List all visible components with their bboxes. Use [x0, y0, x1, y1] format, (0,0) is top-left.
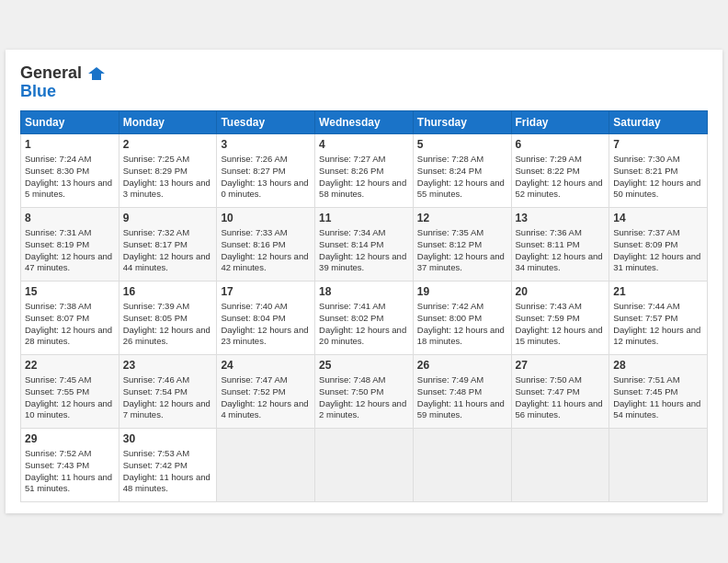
svg-marker-0 — [88, 67, 105, 80]
table-row: 30Sunrise: 7:53 AMSunset: 7:42 PMDayligh… — [119, 428, 217, 501]
table-row — [609, 428, 708, 501]
table-row: 25Sunrise: 7:48 AMSunset: 7:50 PMDayligh… — [315, 354, 414, 428]
table-row: 13Sunrise: 7:36 AMSunset: 8:11 PMDayligh… — [511, 207, 609, 281]
table-row: 7Sunrise: 7:30 AMSunset: 8:21 PMDaylight… — [609, 133, 708, 207]
table-row: 12Sunrise: 7:35 AMSunset: 8:12 PMDayligh… — [413, 207, 511, 281]
table-row: 1Sunrise: 7:24 AMSunset: 8:30 PMDaylight… — [21, 133, 119, 207]
table-row: 27Sunrise: 7:50 AMSunset: 7:47 PMDayligh… — [511, 354, 609, 428]
table-row: 6Sunrise: 7:29 AMSunset: 8:22 PMDaylight… — [511, 133, 609, 207]
table-row: 20Sunrise: 7:43 AMSunset: 7:59 PMDayligh… — [511, 281, 609, 354]
table-row: 22Sunrise: 7:45 AMSunset: 7:55 PMDayligh… — [21, 354, 119, 428]
logo-text-block: General Blue — [20, 64, 105, 101]
col-wednesday: Wednesday — [315, 110, 414, 133]
table-row: 19Sunrise: 7:42 AMSunset: 8:00 PMDayligh… — [413, 281, 511, 354]
col-thursday: Thursday — [413, 110, 511, 133]
table-row: 14Sunrise: 7:37 AMSunset: 8:09 PMDayligh… — [609, 207, 708, 281]
table-row: 23Sunrise: 7:46 AMSunset: 7:54 PMDayligh… — [119, 354, 217, 428]
table-row: 2Sunrise: 7:25 AMSunset: 8:29 PMDaylight… — [119, 133, 217, 207]
table-row: 15Sunrise: 7:38 AMSunset: 8:07 PMDayligh… — [21, 281, 119, 354]
table-row — [511, 428, 609, 501]
logo-general: General — [20, 64, 105, 83]
table-row: 9Sunrise: 7:32 AMSunset: 8:17 PMDaylight… — [119, 207, 217, 281]
logo: General Blue — [20, 64, 105, 101]
table-row — [315, 428, 414, 501]
table-row: 26Sunrise: 7:49 AMSunset: 7:48 PMDayligh… — [413, 354, 511, 428]
table-row: 17Sunrise: 7:40 AMSunset: 8:04 PMDayligh… — [217, 281, 315, 354]
table-row: 16Sunrise: 7:39 AMSunset: 8:05 PMDayligh… — [119, 281, 217, 354]
logo-blue: Blue — [20, 83, 105, 101]
table-row: 8Sunrise: 7:31 AMSunset: 8:19 PMDaylight… — [21, 207, 119, 281]
col-sunday: Sunday — [21, 110, 119, 133]
table-row: 5Sunrise: 7:28 AMSunset: 8:24 PMDaylight… — [413, 133, 511, 207]
table-row: 18Sunrise: 7:41 AMSunset: 8:02 PMDayligh… — [315, 281, 414, 354]
calendar-table: Sunday Monday Tuesday Wednesday Thursday… — [20, 110, 708, 502]
table-row: 28Sunrise: 7:51 AMSunset: 7:45 PMDayligh… — [609, 354, 708, 428]
col-friday: Friday — [511, 110, 609, 133]
col-monday: Monday — [119, 110, 217, 133]
table-row — [413, 428, 511, 501]
calendar-container: General Blue Sunday Monday Tuesday Wedne… — [6, 50, 722, 513]
table-row: 10Sunrise: 7:33 AMSunset: 8:16 PMDayligh… — [217, 207, 315, 281]
table-row: 24Sunrise: 7:47 AMSunset: 7:52 PMDayligh… — [217, 354, 315, 428]
table-row: 11Sunrise: 7:34 AMSunset: 8:14 PMDayligh… — [315, 207, 414, 281]
col-saturday: Saturday — [609, 110, 708, 133]
col-tuesday: Tuesday — [217, 110, 315, 133]
calendar-header: General Blue — [20, 64, 708, 101]
table-row: 21Sunrise: 7:44 AMSunset: 7:57 PMDayligh… — [609, 281, 708, 354]
table-row — [217, 428, 315, 501]
table-row: 4Sunrise: 7:27 AMSunset: 8:26 PMDaylight… — [315, 133, 414, 207]
logo-bird-icon — [88, 65, 105, 82]
table-row: 3Sunrise: 7:26 AMSunset: 8:27 PMDaylight… — [217, 133, 315, 207]
table-row: 29Sunrise: 7:52 AMSunset: 7:43 PMDayligh… — [21, 428, 119, 501]
